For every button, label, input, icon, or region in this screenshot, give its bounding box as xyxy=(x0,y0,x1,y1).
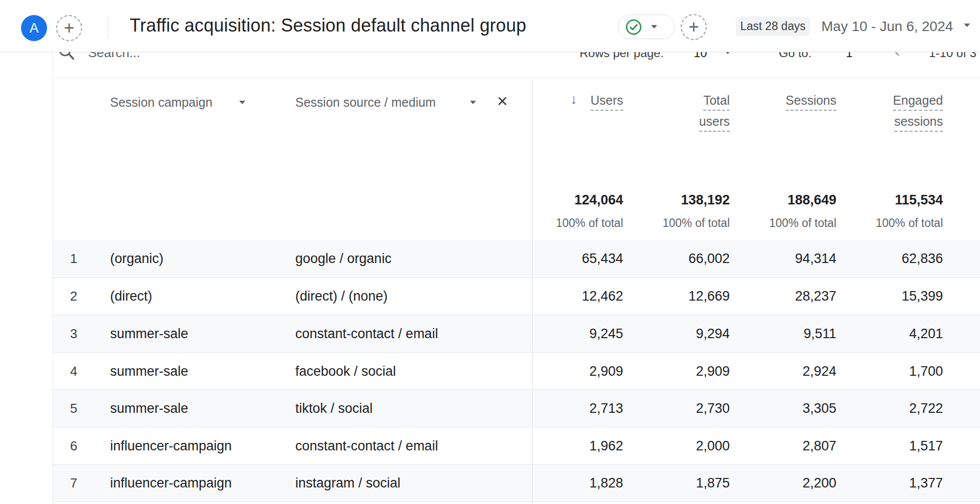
table-body: 1 (organic) google / organic 65,434 66,0… xyxy=(52,240,980,502)
total-users-cell: 2,000 xyxy=(696,438,730,453)
plus-icon: + xyxy=(688,18,699,36)
session-source-medium-cell: facebook / social xyxy=(295,363,396,379)
table-header: Session campaign Session source / medium… xyxy=(52,78,980,240)
sessions-cell: 9,511 xyxy=(803,326,836,341)
engaged-sessions-cell: 62,836 xyxy=(901,251,943,267)
total-sessions-pct: 100% of total xyxy=(769,216,836,230)
date-range-selector[interactable]: May 10 - Jun 6, 2024 xyxy=(821,17,953,36)
table-row: 3 summer-sale constant-contact / email 9… xyxy=(52,315,980,352)
customize-report-button[interactable]: + xyxy=(681,14,707,40)
sessions-cell: 2,807 xyxy=(802,438,836,453)
check-circle-icon xyxy=(625,19,642,36)
users-cell: 1,962 xyxy=(589,438,623,453)
column-header-total-users[interactable]: Total users xyxy=(699,93,730,135)
engaged-sessions-cell: 4,201 xyxy=(909,326,943,341)
session-source-medium-cell: instagram / social xyxy=(295,475,400,491)
plus-icon: + xyxy=(64,19,74,37)
table-row: 7 influencer-campaign instagram / social… xyxy=(52,464,980,502)
add-comparison-button[interactable]: + xyxy=(56,15,82,41)
total-users-pct: 100% of total xyxy=(556,216,623,230)
total-users-cell: 66,002 xyxy=(688,251,730,267)
session-campaign-cell: (direct) xyxy=(110,289,152,304)
total-users-cell: 12,669 xyxy=(688,289,730,304)
column-header-session-campaign[interactable]: Session campaign xyxy=(110,95,212,110)
table-row: 5 summer-sale tiktok / social 2,713 2,73… xyxy=(52,389,980,427)
session-source-medium-caret-icon[interactable] xyxy=(470,101,476,104)
total-total-users-value: 138,192 xyxy=(681,192,730,208)
row-index: 3 xyxy=(70,326,77,341)
session-source-medium-cell: google / organic xyxy=(295,251,391,267)
total-total-users-pct: 100% of total xyxy=(663,216,730,230)
users-cell: 1,828 xyxy=(589,475,623,491)
total-engaged-sessions-value: 115,534 xyxy=(895,192,943,208)
sessions-cell: 94,314 xyxy=(795,251,836,267)
users-cell: 2,909 xyxy=(589,363,623,379)
total-users-cell: 1,875 xyxy=(696,475,730,491)
table-row: 1 (organic) google / organic 65,434 66,0… xyxy=(52,240,980,278)
header-divider xyxy=(108,16,108,39)
avatar[interactable]: A xyxy=(21,15,47,41)
session-campaign-cell: summer-sale xyxy=(110,326,188,341)
engaged-sessions-cell: 1,517 xyxy=(909,438,943,453)
row-index: 2 xyxy=(70,289,77,304)
session-campaign-cell: summer-sale xyxy=(110,401,188,416)
users-cell: 12,462 xyxy=(582,289,623,304)
session-source-medium-cell: (direct) / (none) xyxy=(295,289,388,304)
date-range-caret-icon[interactable] xyxy=(964,24,970,27)
session-campaign-cell: influencer-campaign xyxy=(110,438,232,453)
engaged-sessions-cell: 1,377 xyxy=(909,475,943,491)
table-row: 6 influencer-campaign constant-contact /… xyxy=(52,427,980,464)
session-source-medium-cell: constant-contact / email xyxy=(295,438,438,453)
column-header-session-source-medium[interactable]: Session source / medium xyxy=(295,95,436,110)
row-index: 4 xyxy=(70,363,77,379)
app-header: A + Traffic acquisition: Session default… xyxy=(0,0,980,52)
engaged-sessions-cell: 15,399 xyxy=(901,289,943,304)
column-header-engaged-sessions[interactable]: Engaged sessions xyxy=(893,93,943,135)
session-campaign-cell: influencer-campaign xyxy=(110,475,232,491)
column-header-users[interactable]: ↓Users xyxy=(591,93,623,114)
status-caret-icon xyxy=(651,25,657,29)
page-title: Traffic acquisition: Session default cha… xyxy=(130,15,526,36)
date-preset-badge[interactable]: Last 28 days xyxy=(736,17,810,36)
table-card-left-edge xyxy=(52,52,53,504)
total-users-value: 124,064 xyxy=(574,192,623,208)
engaged-sessions-cell: 2,722 xyxy=(909,401,943,416)
column-header-sessions[interactable]: Sessions xyxy=(786,93,836,114)
sort-descending-arrow-icon: ↓ xyxy=(571,92,578,106)
total-users-cell: 2,909 xyxy=(696,363,730,379)
session-campaign-cell: (organic) xyxy=(110,251,164,267)
users-cell: 65,434 xyxy=(582,251,623,267)
total-sessions-value: 188,649 xyxy=(787,192,836,208)
sessions-cell: 2,200 xyxy=(802,475,836,491)
row-index: 7 xyxy=(70,475,77,491)
row-index: 1 xyxy=(70,251,77,267)
sessions-cell: 2,924 xyxy=(802,363,836,379)
row-index: 6 xyxy=(70,438,77,453)
engaged-sessions-cell: 1,700 xyxy=(909,363,943,379)
remove-column-icon[interactable]: ✕ xyxy=(497,93,508,110)
total-engaged-sessions-pct: 100% of total xyxy=(876,216,943,230)
total-users-cell: 9,294 xyxy=(696,326,730,341)
session-campaign-cell: summer-sale xyxy=(110,363,188,379)
sessions-cell: 28,237 xyxy=(795,289,836,304)
users-cell: 2,713 xyxy=(589,401,623,416)
row-index: 5 xyxy=(70,401,77,416)
table-row: 2 (direct) (direct) / (none) 12,462 12,6… xyxy=(52,278,980,315)
users-cell: 9,245 xyxy=(589,326,623,341)
total-users-cell: 2,730 xyxy=(696,401,730,416)
session-campaign-caret-icon[interactable] xyxy=(239,101,245,104)
session-source-medium-cell: tiktok / social xyxy=(295,401,373,416)
table-row: 4 summer-sale facebook / social 2,909 2,… xyxy=(52,352,980,390)
sessions-cell: 3,305 xyxy=(802,401,836,416)
dimension-metric-divider xyxy=(532,78,533,504)
report-status-button[interactable] xyxy=(618,15,675,39)
session-source-medium-cell: constant-contact / email xyxy=(295,326,438,341)
